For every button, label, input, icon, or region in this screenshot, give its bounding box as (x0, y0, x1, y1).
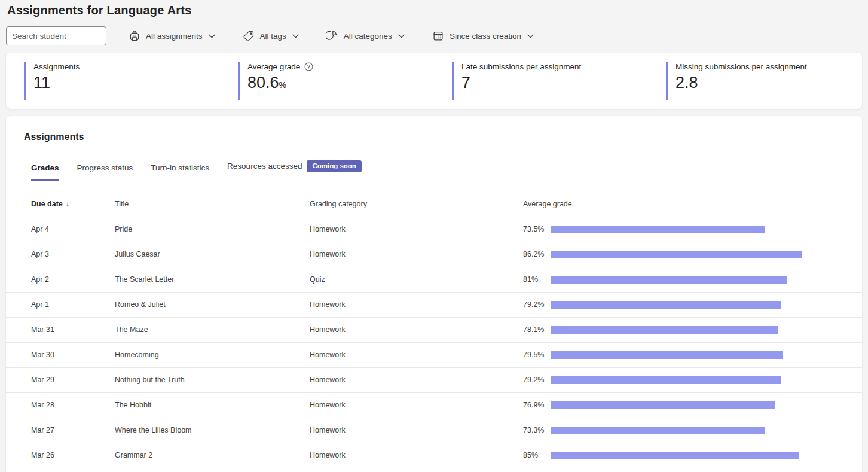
cell-title: Julius Caesar (115, 250, 310, 258)
cell-grading-category: Quiz (310, 275, 523, 284)
cell-title: Where the Lilies Bloom (115, 426, 310, 434)
cell-due-date: Mar 27 (31, 426, 115, 434)
cell-grading-category: Homework (310, 426, 523, 434)
table-row[interactable]: Mar 26 Grammar 2 Homework 85% (6, 443, 862, 468)
tab-bar: Grades Progress status Turn-in statistic… (31, 160, 862, 181)
grade-percent-label: 79.5% (523, 351, 551, 359)
table-body: Apr 4 Pride Homework 73.5% Apr 3 Julius … (6, 217, 862, 468)
cell-grading-category: Homework (310, 225, 523, 233)
grade-percent-label: 79.2% (523, 300, 551, 309)
table-row[interactable]: Mar 29 Nothing but the Truth Homework 79… (6, 368, 862, 393)
cell-due-date: Apr 3 (31, 250, 115, 258)
tag-icon (242, 29, 255, 42)
stat-value: 80.6% (247, 74, 434, 92)
table-row[interactable]: Apr 1 Romeo & Juliet Homework 79.2% (6, 293, 862, 318)
pie-chart-icon (326, 29, 339, 42)
table-row[interactable]: Mar 28 The Hobbit Homework 76.9% (6, 393, 862, 418)
grades-table: Due date ↓ Title Grading category Averag… (6, 192, 862, 468)
stat-value: 11 (33, 74, 220, 92)
calendar-icon (432, 29, 445, 42)
column-header-average-grade[interactable]: Average grade (523, 200, 862, 208)
table-row[interactable]: Apr 4 Pride Homework 73.5% (6, 217, 862, 242)
tab-resources-accessed[interactable]: Resources accessed Coming soon (227, 160, 362, 181)
info-icon[interactable] (304, 62, 313, 71)
chevron-down-icon (525, 31, 536, 41)
cell-grading-category: Homework (310, 401, 523, 409)
filter-label: All assignments (146, 32, 203, 41)
cell-title: Homecoming (115, 351, 310, 359)
cell-due-date: Mar 30 (31, 351, 115, 359)
cell-due-date: Mar 28 (31, 401, 115, 409)
tab-grades[interactable]: Grades (31, 163, 59, 181)
grade-bar (551, 376, 781, 384)
stat-late-submissions: Late submissions per assignment 7 (434, 62, 648, 100)
cell-average-grade: 86.2% (523, 250, 862, 258)
grade-percent-label: 79.2% (523, 376, 551, 384)
cell-average-grade: 76.9% (523, 401, 862, 409)
table-header-row: Due date ↓ Title Grading category Averag… (6, 192, 862, 217)
table-row[interactable]: Mar 31 The Maze Homework 78.1% (6, 318, 862, 343)
cell-average-grade: 79.2% (523, 376, 862, 384)
grade-percent-label: 81% (523, 275, 551, 284)
cell-average-grade: 73.3% (523, 426, 862, 434)
grade-bar (551, 326, 778, 334)
cell-grading-category: Homework (310, 451, 523, 459)
cell-grading-category: Homework (310, 376, 523, 384)
grade-bar (551, 301, 781, 309)
table-row[interactable]: Apr 2 The Scarlet Letter Quiz 81% (6, 267, 862, 293)
stat-label: Missing submissions per assignment (676, 62, 862, 71)
grade-percent-label: 86.2% (523, 250, 551, 258)
cell-due-date: Apr 1 (31, 300, 115, 309)
cell-due-date: Mar 29 (31, 376, 115, 384)
table-row[interactable]: Mar 30 Homecoming Homework 79.5% (6, 343, 862, 368)
filter-label: All categories (344, 32, 392, 41)
cell-title: Grammar 2 (115, 451, 310, 459)
filter-all-assignments[interactable]: All assignments (124, 27, 221, 45)
stat-value: 2.8 (676, 74, 862, 92)
panel-heading: Assignments (24, 132, 862, 142)
table-row[interactable]: Apr 3 Julius Caesar Homework 86.2% (6, 242, 862, 267)
grade-bar (551, 251, 802, 258)
stat-label: Average grade (247, 62, 434, 71)
cell-grading-category: Homework (310, 250, 523, 258)
chevron-down-icon (396, 31, 407, 41)
cell-grading-category: Homework (310, 351, 523, 359)
cell-average-grade: 79.5% (523, 351, 862, 359)
filter-date-range[interactable]: Since class creation (428, 27, 539, 45)
filter-bar: All assignments All tags All categories … (6, 26, 868, 45)
grade-bar (551, 276, 787, 284)
cell-grading-category: Homework (310, 325, 523, 334)
grade-percent-label: 78.1% (523, 325, 551, 334)
cell-title: The Scarlet Letter (115, 275, 310, 284)
cell-title: Romeo & Juliet (115, 300, 310, 309)
stat-average-grade: Average grade 80.6% (220, 62, 434, 100)
column-header-title[interactable]: Title (115, 200, 310, 208)
table-row[interactable]: Mar 27 Where the Lilies Bloom Homework 7… (6, 418, 862, 443)
cell-due-date: Apr 4 (31, 225, 115, 233)
cell-grading-category: Homework (310, 300, 523, 309)
backpack-icon (128, 29, 141, 42)
column-header-grading-category[interactable]: Grading category (310, 200, 523, 208)
cell-due-date: Mar 26 (31, 451, 115, 459)
grade-bar (551, 401, 775, 409)
search-input[interactable] (6, 26, 106, 45)
tab-progress-status[interactable]: Progress status (77, 163, 133, 181)
stat-label: Assignments (33, 62, 220, 71)
grade-bar (551, 226, 765, 233)
stat-value: 7 (461, 74, 648, 92)
grade-percent-label: 73.3% (523, 426, 551, 434)
cell-average-grade: 73.5% (523, 225, 862, 233)
cell-title: The Hobbit (115, 401, 310, 409)
column-header-due-date[interactable]: Due date ↓ (31, 200, 115, 208)
sort-descending-icon: ↓ (66, 200, 69, 208)
grade-bar (551, 452, 799, 459)
grade-percent-label: 73.5% (523, 225, 551, 233)
cell-average-grade: 81% (523, 275, 862, 284)
cell-title: Pride (115, 225, 310, 233)
grade-percent-label: 76.9% (523, 401, 551, 409)
grade-bar (551, 351, 783, 359)
cell-average-grade: 79.2% (523, 300, 862, 309)
filter-all-tags[interactable]: All tags (239, 27, 304, 45)
filter-all-categories[interactable]: All categories (322, 27, 410, 45)
tab-turn-in-statistics[interactable]: Turn-in statistics (151, 163, 209, 181)
